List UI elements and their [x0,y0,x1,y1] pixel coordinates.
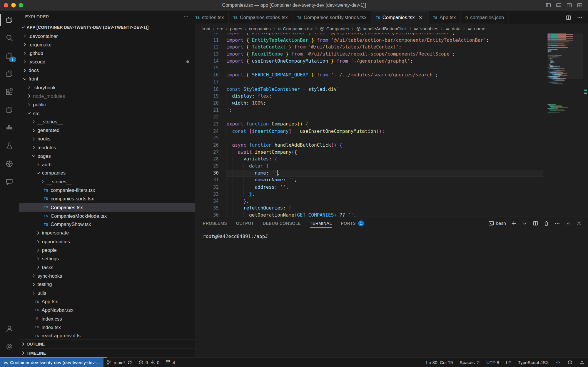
tree-item--vscode[interactable]: .vscode [19,58,195,66]
toggle-sidebar-icon[interactable] [545,2,551,8]
tree-item-companies[interactable]: companies [19,169,195,177]
code-editor[interactable]: 10import { WithTopBarContainer } from '@… [196,33,588,217]
editor-tab-stories-tsx[interactable]: TSstories.tsx [196,11,229,24]
activity-bar-kubernetes[interactable] [0,155,19,173]
breadcrumb-variables[interactable]: variables [414,26,438,31]
activity-bar-beaker[interactable] [0,137,19,155]
activity-bar-extensions[interactable] [0,83,19,101]
kill-terminal-icon[interactable] [543,220,549,226]
editor-more-actions-icon[interactable] [577,14,583,20]
sync-icon[interactable] [127,360,132,365]
status-encoding[interactable]: UTF-8 [483,358,502,367]
activity-bar-run-debug[interactable] [0,65,19,83]
tree-item-impersonate[interactable]: impersonate [19,229,195,237]
tree-item-node-modules[interactable]: node_modules [19,92,195,100]
sidebar-section-timeline[interactable]: TIMELINE [19,348,195,357]
tree-item-settings[interactable]: settings [19,254,195,263]
breadcrumb-data[interactable]: data [445,26,461,31]
tree-item-pages[interactable]: pages [19,152,195,160]
tree-item-react-app-env-d-ts[interactable]: TSreact-app-env.d.ts [19,331,195,339]
tree-item-src[interactable]: src [19,109,195,118]
terminal-output[interactable]: root@0a42ecd84891:/app# [196,230,588,357]
breadcrumb-pages[interactable]: pages [230,26,242,31]
ports-indicator[interactable]: 4 [163,358,178,367]
tree-item-companyshow-tsx[interactable]: TSCompanyShow.tsx [19,220,195,229]
tree-item--github[interactable]: .github [19,49,195,58]
tree-item-app-tsx[interactable]: TSApp.tsx [19,297,195,306]
activity-bar-explorer[interactable] [0,11,19,29]
breadcrumb-companies-tsx[interactable]: TSCompanies.tsx [278,26,313,31]
minimize-window-button[interactable] [11,3,16,7]
zoom-window-button[interactable] [19,3,23,7]
activity-bar-remote-explorer[interactable] [0,101,19,119]
tree-item-index-tsx[interactable]: TSindex.tsx [19,323,195,331]
tree-item-generated[interactable]: generated [19,126,195,135]
panel-tab-problems[interactable]: PROBLEMS [203,217,227,230]
activity-bar-accounts[interactable] [0,320,19,338]
shell-picker[interactable]: bash [488,220,506,226]
tree-item-front[interactable]: front [19,75,195,83]
close-panel-icon[interactable] [576,220,582,226]
split-editor-icon[interactable] [565,14,571,20]
minimap[interactable] [547,33,583,217]
status-notifications[interactable] [576,358,588,367]
close-window-button[interactable] [4,3,8,7]
status-cursor-position[interactable]: Ln 30, Col 19 [423,358,456,367]
panel-more-actions-icon[interactable] [554,220,560,226]
tree-item-people[interactable]: people [19,246,195,254]
status-eol[interactable]: LF [502,358,514,367]
tree-item-tasks[interactable]: tasks [19,263,195,272]
tree-item-companies-sorts-tsx[interactable]: TScompanies-sorts.tsx [19,195,195,203]
status-language-status[interactable]: {} [552,358,564,367]
branch-indicator[interactable]: main* [103,358,135,367]
tree-item-companies-tsx[interactable]: TSCompanies.tsx [19,203,195,212]
customize-layout-icon[interactable] [577,2,583,8]
activity-bar-comment[interactable] [0,173,19,191]
activity-bar-docker[interactable] [0,119,19,137]
breadcrumb-handleaddbuttonclick[interactable]: handleAddButtonClick [356,26,407,31]
tree-item-utils[interactable]: utils [19,289,195,297]
tree-item-index-css[interactable]: #index.css [19,314,195,323]
tree-item-auth[interactable]: auth [19,160,195,169]
status-language-mode[interactable]: TypeScript JSX [514,358,552,367]
panel-tab-output[interactable]: OUTPUT [236,217,254,230]
panel-tab-debug-console[interactable]: DEBUG CONSOLE [263,217,301,230]
tree-item-opportunities[interactable]: opportunities [19,237,195,246]
activity-bar-source-control[interactable]: 1 [0,47,19,65]
editor-tab-app-tsx[interactable]: TSApp.tsx [429,11,461,24]
tree-item--ergomake[interactable]: .ergomake [19,41,195,49]
tree-item-companiesmockmode-tsx[interactable]: TSCompaniesMockMode.tsx [19,212,195,220]
toggle-panel-icon[interactable] [556,2,562,8]
tree-item--stories-[interactable]: __stories__ [19,118,195,126]
panel-tab-ports[interactable]: PORTS1 [341,217,364,230]
activity-bar-settings[interactable] [0,338,19,356]
tree-item-sync-hooks[interactable]: sync-hooks [19,272,195,280]
sidebar-section-outline[interactable]: OUTLINE [19,339,195,348]
problems-indicator[interactable]: 0 0 [135,358,162,367]
breadcrumb-companies[interactable]: companies [249,26,271,31]
activity-bar-search[interactable] [0,29,19,47]
new-terminal-icon[interactable] [511,220,517,226]
tree-item-docs[interactable]: docs [19,66,195,75]
explorer-section-header[interactable]: APP [CONTAINER DEV-TWENTY-DEV (DEV-TWENT… [19,23,195,32]
editor-tab-companies-stories-tsx[interactable]: TSCompanies.stories.tsx [229,11,293,24]
panel-tab-terminal[interactable]: TERMINAL [310,217,332,230]
remote-indicator[interactable]: >< Container dev-twenty-dev (dev-twenty-… [0,358,103,367]
editor-tab-companies-sortby-stories-tsx[interactable]: TSCompanies.sortBy.stories.tsx [293,11,371,24]
editor-tab-companies-json[interactable]: {}companies.json [461,11,509,24]
explorer-more-actions-icon[interactable] [183,14,189,20]
breadcrumb-companies[interactable]: Companies [320,26,349,31]
tree-item-companies-filters-tsx[interactable]: TScompanies-filters.tsx [19,186,195,195]
terminal-dropdown-icon[interactable] [522,220,527,226]
close-tab-icon[interactable] [418,14,424,20]
tree-item-appnavbar-tsx[interactable]: TSAppNavbar.tsx [19,306,195,314]
tree-item-testing[interactable]: testing [19,280,195,289]
tree-item-hooks[interactable]: hooks [19,135,195,143]
tree-item-modules[interactable]: modules [19,143,195,152]
tree-item--devcontainer[interactable]: .devcontainer [19,32,195,40]
maximize-panel-icon[interactable] [565,220,571,226]
toggle-secondary-sidebar-icon[interactable] [566,2,572,8]
tree-item-public[interactable]: public [19,100,195,109]
breadcrumb-src[interactable]: src [217,26,223,31]
status-feedback[interactable] [564,358,576,367]
